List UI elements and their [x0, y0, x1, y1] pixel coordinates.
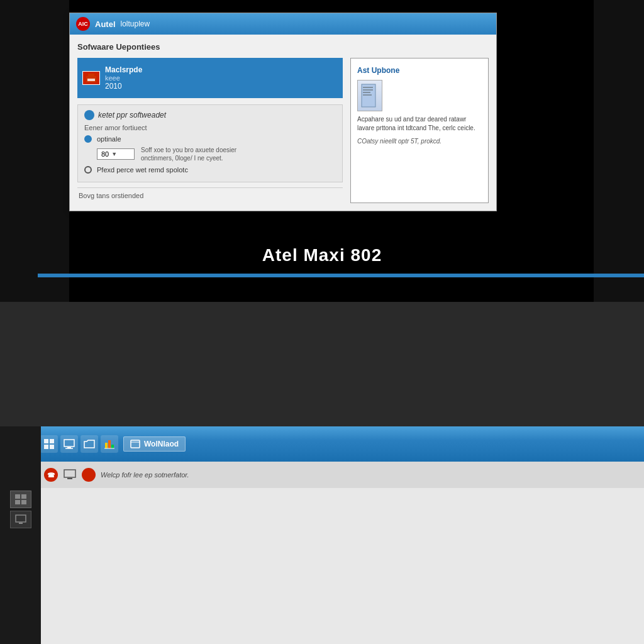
taskbar2-icon-red[interactable]: ☎ [44, 468, 58, 482]
taskbar2-icon-monitor[interactable] [63, 468, 77, 482]
update-list: Maclsrpde keee 2010 [77, 58, 343, 98]
svg-rect-11 [50, 445, 54, 449]
chart-icon [103, 438, 116, 450]
svg-rect-17 [111, 445, 114, 448]
taskbar2-text: Welcp fofr lee ep sotnerfator. [101, 471, 189, 479]
radio-2[interactable] [84, 166, 92, 174]
radio-2-label: Pfexd perce wet remd spolotc [97, 166, 188, 174]
right-panel-description: Acpahare su ud and tzar deared ratawr la… [357, 115, 482, 133]
svg-rect-19 [131, 440, 140, 448]
radio-row-1: optinale [84, 135, 336, 143]
taskbar2-icon-printer[interactable] [82, 468, 96, 482]
svg-rect-30 [21, 500, 26, 504]
radio-1[interactable] [84, 135, 92, 143]
svg-rect-9 [50, 439, 54, 443]
dropdown-select[interactable]: 80 ▼ [97, 148, 135, 160]
left-panel: Maclsrpde keee 2010 ketet ppr softweadet [77, 58, 343, 203]
radio-1-label: optinale [97, 135, 121, 143]
sidebar-icon-2[interactable] [10, 511, 31, 528]
display-icon [64, 469, 76, 480]
taskbar-icon-4[interactable] [101, 435, 118, 453]
radio-row-2: Pfexd perce wet remd spolotc [84, 166, 336, 174]
bottom-note: Bovg tans orstiended [77, 187, 343, 203]
taskbar-active-label: WolNlaod [144, 440, 179, 448]
svg-rect-24 [67, 478, 72, 479]
taskbar-active-item[interactable]: WolNlaod [123, 436, 186, 452]
svg-rect-8 [44, 439, 48, 443]
taskbar-icon-1[interactable] [40, 435, 58, 453]
sidebar-icon-1[interactable] [10, 491, 31, 508]
options-section-title: Eener amor fortiuect [84, 124, 336, 131]
grid-icon [43, 438, 55, 450]
dropdown-row: 80 ▼ Soff xoe to you bro axuete doesier … [97, 146, 336, 162]
svg-rect-12 [64, 440, 74, 447]
active-item-icon [130, 439, 140, 449]
dialog-subtitle: Sofwaare Uepontiees [77, 42, 489, 52]
svg-rect-25 [85, 472, 92, 478]
folder-icon [83, 438, 96, 450]
svg-text:☎: ☎ [47, 472, 55, 479]
svg-rect-4 [363, 87, 373, 88]
svg-rect-1 [88, 74, 94, 77]
right-panel-link: COatsy nieellt optr 5T, prokcd. [357, 136, 482, 146]
printer-icon [85, 73, 97, 83]
taskbar-icons: WolNlaod [40, 435, 641, 453]
update-item-icon [82, 71, 100, 85]
svg-rect-2 [87, 79, 95, 81]
dialog-content: Maclsrpde keee 2010 ketet ppr softweadet [77, 58, 489, 203]
app-title: Autel [95, 19, 116, 29]
dialog-titlebar: AIC Autel loltuplew [70, 13, 496, 35]
svg-rect-27 [15, 494, 20, 499]
right-panel-title: Ast Upbone [357, 65, 482, 76]
circle-icon [84, 110, 94, 120]
option-label: ketet ppr softweadet [84, 110, 336, 120]
sidebar-monitor-icon [14, 514, 27, 525]
taskbar-icon-3[interactable] [80, 435, 98, 453]
update-item[interactable]: Maclsrpde keee 2010 [82, 63, 338, 93]
white-area [0, 488, 644, 644]
screen-label: Atel Maxi 802 [262, 245, 382, 265]
left-sidebar [0, 488, 41, 644]
svg-rect-15 [105, 443, 108, 448]
svg-rect-31 [16, 515, 26, 522]
svg-rect-23 [64, 470, 75, 477]
svg-rect-28 [21, 494, 26, 499]
right-panel: Ast Upbone Acpahare su ud and tzar deare… [350, 58, 489, 203]
options-area: ketet ppr softweadet Eener amor fortiuec… [77, 104, 343, 182]
taskbar-icon-2[interactable] [60, 435, 78, 453]
app-logo: AIC [76, 17, 90, 31]
dialog-window: AIC Autel loltuplew Sofwaare Uepontiees [69, 13, 497, 211]
monitor-icon [63, 438, 75, 450]
printer-small-icon [84, 470, 94, 480]
app-subtitle: loltuplew [121, 19, 150, 28]
svg-rect-32 [19, 523, 23, 524]
dropdown-desc: Soff xoe to you bro axuete doesier oncti… [141, 146, 267, 162]
svg-rect-16 [108, 440, 111, 448]
svg-rect-29 [15, 500, 20, 504]
update-item-text: Maclsrpde keee 2010 [105, 65, 142, 91]
dropdown-arrow-icon: ▼ [111, 151, 117, 157]
document-icon [360, 83, 379, 108]
svg-rect-6 [363, 92, 370, 93]
dialog-body: Sofwaare Uepontiees [70, 35, 496, 211]
right-panel-image [357, 80, 382, 111]
taskbar: WolNlaod [38, 426, 644, 462]
sidebar-grid-icon [14, 494, 27, 505]
svg-rect-5 [363, 89, 373, 91]
phone-icon: ☎ [46, 470, 56, 480]
taskbar2: ☎ Welcp fofr lee ep sotnerfator. [38, 462, 644, 488]
svg-rect-26 [86, 470, 91, 473]
svg-rect-10 [44, 445, 48, 449]
svg-rect-7 [363, 94, 372, 96]
